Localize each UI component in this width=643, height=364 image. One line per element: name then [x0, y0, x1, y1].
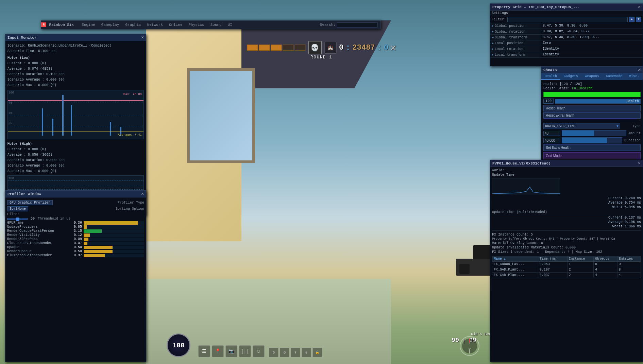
filter-down[interactable]: ▼ [636, 17, 641, 22]
rs6-logo: R [41, 22, 46, 27]
graph-line-2 [8, 115, 143, 115]
profiler-type-value[interactable]: GPU Graphic Profiler [7, 200, 53, 205]
cheats-title: Cheats [543, 68, 557, 72]
rs6-search: Search: [320, 22, 378, 28]
profiler-row-label: RenderVisibility [7, 233, 68, 237]
scenario-max-high: Scenario Max : 0.000 (0) [7, 169, 144, 174]
health-bar-full [543, 92, 641, 97]
profiler-row-value: 9.36 [68, 221, 82, 225]
prop-row: ▶Local transform Identity [490, 52, 643, 58]
health-slider[interactable]: Health [555, 99, 641, 104]
menu-engine[interactable]: Engine [81, 22, 96, 28]
scenario-time: Scenario Time: 0.100 sec [7, 49, 144, 54]
filter-up[interactable]: ▲ [629, 17, 634, 22]
th-objects[interactable]: Objects [594, 256, 617, 262]
amount-slider[interactable] [562, 130, 626, 136]
average-low: Average : 0.074 (4853) [7, 66, 144, 72]
th-instance[interactable]: Instance [567, 256, 594, 262]
cross-icon: ✕ [390, 42, 396, 53]
profiler-row-label: RenderOpaque [7, 249, 68, 253]
health-seg-2 [259, 45, 270, 51]
menu-graphic[interactable]: Graphic [124, 22, 142, 28]
input-monitor-panel: Input Monitor ✕ Scenario: RumbleScenario… [5, 34, 146, 216]
filter-input[interactable] [507, 17, 628, 22]
property-grid-close[interactable]: ✕ [638, 5, 641, 9]
pvp-mt-stats: Current 0.137 ms Average 0.196 ms Worst … [492, 216, 641, 228]
search-input[interactable] [337, 22, 378, 28]
prop-expand-icon[interactable]: ▶ [492, 36, 494, 39]
health-state-label: Health State: [543, 87, 570, 90]
prop-value: Identity [541, 52, 643, 57]
profiler-row-label: ClusteredBatchesRender [7, 241, 68, 245]
profiler-sort-value[interactable]: SortNone [7, 206, 28, 211]
cell-instance: 1 [567, 262, 594, 267]
type-row: DRAIN_OVER_TIME ▼ Type [543, 123, 641, 129]
scenario-average-high: Scenario Average : 0.000 (0) [7, 163, 144, 169]
duration-slider[interactable] [562, 137, 622, 143]
duration-input[interactable] [543, 138, 560, 143]
prop-expand-icon[interactable]: ▶ [492, 24, 494, 28]
cell-entries: 8 [617, 267, 641, 273]
health-info: Health: [120 / 120] [543, 82, 641, 86]
profiler-row: UpdateProviders 0.05 [7, 225, 144, 229]
menu-sound[interactable]: Sound [209, 22, 223, 28]
prop-row: ▶Local position Zero [490, 40, 643, 46]
spike-2 [52, 119, 53, 136]
sort-arrow: ▲ [504, 257, 506, 260]
profiler-bar [84, 229, 102, 233]
menu-ui[interactable]: UI [227, 22, 233, 28]
input-monitor-close[interactable]: ✕ [141, 35, 144, 40]
tab-misc[interactable]: Misc. [626, 73, 643, 80]
property-grid-panel: Property Grid – INT_HOU_Toy_Octopus_... … [490, 3, 643, 66]
profiler-close[interactable]: ✕ [141, 192, 144, 196]
set-extra-health-btn[interactable]: Set Extra Health [543, 144, 641, 151]
threshold-label: Threashold in us [38, 217, 70, 221]
current-high: Current : 0.000 (0) [7, 147, 144, 152]
th-time[interactable]: Time (ms) [538, 256, 567, 262]
prop-value: 8.47, 5.30, 8.30, 1.00; 0... [541, 35, 643, 40]
menu-gameplay[interactable]: Gameplay [100, 22, 120, 28]
god-mode-btn[interactable]: God Mode [543, 152, 641, 159]
threshold-slider[interactable] [7, 218, 28, 220]
pvp-close[interactable]: ✕ [638, 161, 641, 166]
th-entries[interactable]: Entries [617, 256, 641, 262]
reset-health-btn[interactable]: Reset Health [543, 105, 641, 111]
cell-name: FX_GAD_Plant... [492, 273, 538, 278]
score-sep2: : [377, 43, 382, 52]
profiler-sort-row: SortNone Sorting Option [7, 206, 144, 211]
prop-expand-icon[interactable]: ▶ [492, 53, 494, 57]
reset-extra-health-btn[interactable]: Reset Extra Health [543, 112, 641, 119]
slot-3: 7 [291, 348, 300, 357]
prop-row: ▶Global position 8.47, 5.30, 8.30, 0.00 [490, 23, 643, 29]
menu-online[interactable]: Online [168, 22, 184, 28]
tab-weapons[interactable]: Weapons [581, 73, 603, 80]
cheats-close[interactable]: ✕ [638, 68, 641, 72]
cell-time: 0.063 [538, 262, 567, 267]
amount-label: Amount [628, 132, 641, 135]
menu-network[interactable]: Network [146, 22, 164, 28]
prop-expand-icon[interactable]: ▶ [492, 41, 494, 45]
profiler-row-value: 0.50 [68, 249, 82, 253]
threshold-row: 50 Threashold in us [7, 217, 144, 221]
prop-expand-icon[interactable]: ▶ [492, 30, 494, 34]
profiler-row: ClusteredBatchesRender 0.07 [7, 241, 144, 245]
cell-objects: 0 [594, 262, 617, 267]
health-state-value: FullHealth [572, 87, 592, 90]
profiler-row: RenderZ2PrePass 0.09 [7, 237, 144, 241]
filter-label-prop: Filter: [492, 18, 506, 21]
amount-input[interactable] [543, 131, 560, 136]
profiler-bar-container [84, 242, 144, 245]
cell-instance: 2 [567, 273, 594, 278]
menu-physics[interactable]: Physics [188, 22, 205, 28]
mt-current-label [492, 216, 566, 220]
prop-expand-icon[interactable]: ▶ [492, 47, 494, 51]
th-name[interactable]: Name ▲ [492, 256, 538, 262]
tab-gadgets[interactable]: Gadgets [560, 73, 581, 80]
health-current: 120 [562, 82, 568, 86]
type-dropdown[interactable]: DRAIN_OVER_TIME ▼ [543, 123, 620, 129]
tab-gamemode[interactable]: GameMode [603, 73, 626, 80]
profiler-bar [84, 225, 87, 229]
prop-name: ▶Local rotation [490, 46, 541, 52]
prop-row: ▶Local rotation Identity [490, 46, 643, 52]
tab-health[interactable]: Health [541, 73, 560, 80]
